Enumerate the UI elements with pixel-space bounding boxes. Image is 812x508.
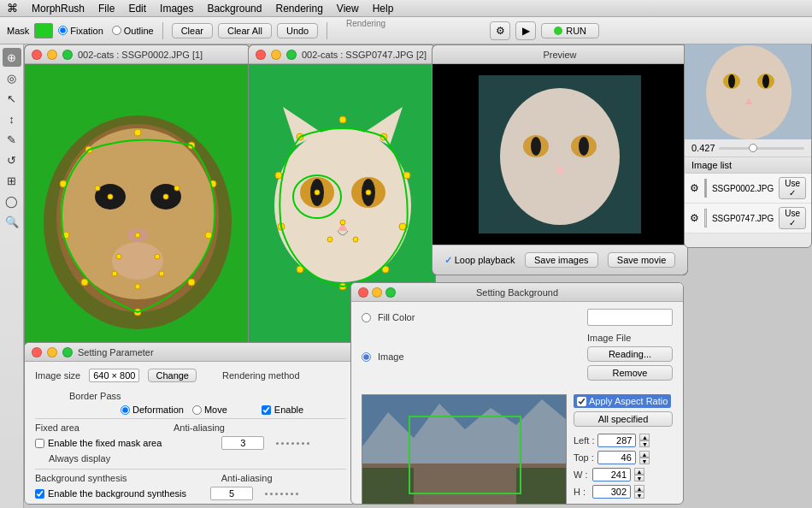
zoom-slider[interactable]	[719, 144, 804, 152]
w-spinner[interactable]: ▲ ▼	[634, 468, 644, 481]
tool-grid[interactable]: ⊞	[3, 171, 21, 190]
tool-zoom[interactable]: 🔍	[3, 212, 21, 231]
h-up-btn[interactable]: ▲	[634, 485, 644, 492]
img2-min-btn[interactable]	[271, 50, 281, 60]
clear-button[interactable]: Clear	[172, 23, 213, 38]
param-window: Setting Parameter Image size 640 × 800 C…	[24, 342, 357, 505]
tool-select[interactable]: ⊕	[3, 48, 21, 67]
clear-all-button[interactable]: Clear All	[218, 23, 272, 38]
menu-edit[interactable]: Edit	[121, 1, 153, 16]
top-value[interactable]: 46	[597, 451, 636, 464]
tool-rotate[interactable]: ↺	[3, 151, 21, 169]
fill-color-radio[interactable]	[362, 313, 371, 322]
zoom-value: 0.427	[691, 143, 715, 153]
w-up-btn[interactable]: ▲	[634, 468, 644, 475]
img2-close-btn[interactable]	[256, 50, 266, 60]
img1-min-btn[interactable]	[47, 50, 57, 60]
img1-title: 002-cats : SSGP0002.JPG [1]	[78, 50, 203, 60]
preview-titlebar: Preview	[432, 45, 687, 64]
menu-background[interactable]: Background	[200, 1, 268, 16]
nav-gear-icon-2[interactable]: ⚙	[690, 211, 699, 225]
outline-radio[interactable]: Outline	[112, 26, 154, 36]
top-spinner[interactable]: ▲ ▼	[639, 451, 650, 464]
navigator-window: Image Navigator 0.427 Image list ⚙	[684, 17, 812, 248]
top-up-btn[interactable]: ▲	[639, 451, 650, 458]
fixation-radio[interactable]: Fixation	[58, 26, 103, 36]
tool-circle[interactable]: ◎	[3, 68, 21, 87]
all-specified-button[interactable]: All specified	[574, 411, 673, 427]
anti-aliasing-val2: 5	[210, 487, 253, 500]
remove-button[interactable]: Remove	[587, 365, 673, 381]
apply-aspect-check[interactable]: Apply Aspect Ratio	[574, 394, 671, 408]
menu-app[interactable]: MorphRush	[25, 1, 91, 16]
h-spinner[interactable]: ▲ ▼	[634, 485, 644, 499]
w-down-btn[interactable]: ▼	[634, 475, 644, 481]
menu-images[interactable]: Images	[153, 1, 200, 16]
save-images-button[interactable]: Save images	[525, 252, 598, 268]
param-max-btn[interactable]	[62, 347, 73, 357]
top-down-btn[interactable]: ▼	[639, 458, 650, 464]
param-row-2: Deformation Move Enable	[35, 405, 346, 415]
img1-close-btn[interactable]	[32, 50, 42, 60]
w-value[interactable]: 241	[592, 468, 631, 481]
also-pass-check[interactable]: Also pass moving parts that overlap to a…	[35, 504, 259, 505]
enable-fixed-mask-check[interactable]: Enable the fixed mask area	[35, 438, 162, 448]
run-button[interactable]: RUN	[541, 23, 599, 38]
reading-button[interactable]: Reading...	[587, 346, 673, 362]
h-down-btn[interactable]: ▼	[634, 492, 644, 499]
anti-aliasing-slider-1[interactable]	[276, 442, 309, 445]
tool-move[interactable]: ↕	[3, 109, 21, 128]
svg-point-7	[112, 242, 163, 280]
tool-arrow[interactable]: ↖	[3, 89, 21, 108]
left-up-btn[interactable]: ▲	[639, 434, 650, 440]
settings-icon-btn[interactable]: ⚙	[490, 21, 510, 40]
nav-gear-icon-1[interactable]: ⚙	[690, 181, 699, 195]
svg-point-62	[706, 45, 791, 139]
menu-help[interactable]: Help	[366, 1, 401, 16]
nav-use-btn-2[interactable]: Use ✓	[779, 207, 806, 229]
enable-check[interactable]: Enable	[262, 405, 303, 415]
enable-bg-synthesis-check[interactable]: Enable the background synthesis	[35, 488, 186, 499]
move-radio[interactable]: Move	[192, 405, 227, 415]
nav-use-btn-1[interactable]: Use ✓	[779, 177, 806, 199]
play-icon-btn[interactable]: ▶	[515, 21, 536, 40]
left-down-btn[interactable]: ▼	[639, 440, 650, 447]
apple-menu[interactable]: ⌘	[7, 2, 18, 15]
bg-min-btn[interactable]	[372, 287, 382, 298]
undo-button[interactable]: Undo	[277, 23, 318, 38]
bg-max-btn[interactable]	[385, 287, 396, 298]
svg-point-48	[366, 190, 371, 195]
toolbar: Mask Fixation Outline Clear Clear All Un…	[0, 17, 812, 44]
fill-color-box[interactable]	[587, 309, 673, 326]
svg-rect-68	[705, 180, 707, 198]
bg-close-btn[interactable]	[358, 287, 368, 298]
toolbar-sep2	[327, 22, 327, 39]
mask-color-button[interactable]	[34, 23, 53, 38]
param-close-btn[interactable]	[32, 347, 42, 357]
svg-point-46	[275, 172, 282, 179]
tool-draw[interactable]: ✎	[3, 130, 21, 149]
change-button[interactable]: Change	[148, 369, 197, 382]
img1-max-btn[interactable]	[62, 50, 73, 60]
bg-window-title: Setting Background	[476, 287, 558, 298]
toolbar-radio-group: Fixation Outline	[58, 26, 153, 36]
left-spinner[interactable]: ▲ ▼	[639, 434, 650, 447]
svg-rect-76	[516, 468, 567, 505]
left-value[interactable]: 287	[597, 434, 636, 447]
menu-rendering[interactable]: Rendering	[268, 1, 329, 16]
deformation-radio[interactable]: Deformation	[121, 405, 184, 415]
menu-file[interactable]: File	[91, 1, 121, 16]
image-radio[interactable]	[362, 352, 371, 362]
menu-view[interactable]: View	[330, 1, 366, 16]
svg-point-40	[403, 172, 410, 179]
loop-playback-check[interactable]: ✓ Loop playback	[444, 255, 515, 266]
img1-canvas[interactable]	[25, 64, 250, 351]
save-movie-button[interactable]: Save movie	[608, 252, 675, 268]
img2-max-btn[interactable]	[286, 50, 297, 60]
anti-aliasing-slider-2[interactable]	[265, 493, 298, 495]
preview-controls: ✓ Loop playback Save images Save movie	[432, 245, 687, 275]
also-pass-row: Also pass moving parts that overlap to a…	[35, 504, 346, 505]
param-min-btn[interactable]	[47, 347, 57, 357]
tool-lasso[interactable]: ◯	[3, 192, 21, 210]
h-value[interactable]: 302	[592, 485, 631, 499]
